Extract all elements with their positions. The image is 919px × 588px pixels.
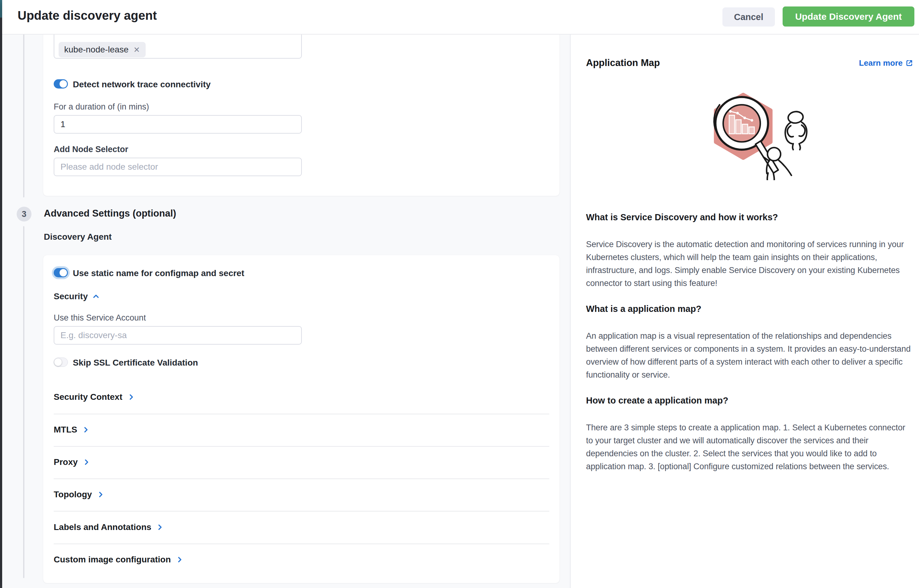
row-label: Custom image configuration xyxy=(54,555,171,565)
update-discovery-agent-drawer: 3 Advanced Settings (optional) Discovery… xyxy=(2,0,919,588)
toggle-knob xyxy=(60,80,67,87)
advanced-settings-card: Use static name for configmap and secret… xyxy=(43,255,560,583)
security-section-label: Security xyxy=(54,292,88,301)
row-mtls[interactable]: MTLS xyxy=(54,425,89,435)
section-body: An application map is a visual represent… xyxy=(586,330,913,381)
chevron-right-icon xyxy=(156,523,163,531)
external-link-icon xyxy=(905,59,913,67)
step-connector-line-lower xyxy=(23,226,24,578)
chevron-up-icon xyxy=(92,293,100,300)
skip-ssl-label: Skip SSL Certificate Validation xyxy=(73,358,198,368)
row-proxy[interactable]: Proxy xyxy=(54,457,90,467)
service-account-placeholder: E.g. discovery-sa xyxy=(60,330,127,340)
underlying-page-header-edge xyxy=(0,0,2,18)
page-title: Update discovery agent xyxy=(18,9,157,23)
row-label: MTLS xyxy=(54,425,77,435)
duration-input[interactable]: 1 xyxy=(54,115,302,134)
section-heading: How to create a application map? xyxy=(586,396,913,405)
cancel-button[interactable]: Cancel xyxy=(722,7,775,26)
row-label: Labels and Annotations xyxy=(54,522,151,532)
security-section-header[interactable]: Security xyxy=(54,292,100,301)
chevron-right-icon xyxy=(128,393,135,401)
application-map-illustration xyxy=(695,81,840,180)
chevron-right-icon xyxy=(82,426,89,433)
row-label: Security Context xyxy=(54,392,123,402)
underlying-page-edge xyxy=(0,0,2,588)
toggle-knob xyxy=(54,359,62,366)
detect-network-trace-label: Detect network trace connectivity xyxy=(73,79,211,89)
service-account-label: Use this Service Account xyxy=(54,313,146,323)
node-selector-placeholder: Please add node selector xyxy=(60,162,158,172)
panel-title: Application Map xyxy=(586,57,660,68)
row-custom-image-configuration[interactable]: Custom image configuration xyxy=(54,555,183,565)
row-labels-annotations[interactable]: Labels and Annotations xyxy=(54,522,163,532)
duration-value: 1 xyxy=(60,120,65,129)
chevron-right-icon xyxy=(83,459,90,466)
discovery-settings-card: kube-node-lease ✕ Detect network trace c… xyxy=(43,17,560,196)
step-connector-line-upper xyxy=(23,34,24,197)
row-divider xyxy=(54,414,549,414)
section-heading: What is a application map? xyxy=(586,304,913,314)
step-subtitle: Discovery Agent xyxy=(44,232,112,242)
remove-tag-icon[interactable]: ✕ xyxy=(134,46,140,54)
step-title: Advanced Settings (optional) xyxy=(44,208,176,219)
node-selector-label: Add Node Selector xyxy=(54,145,128,154)
row-divider xyxy=(54,544,549,544)
toggle-knob xyxy=(60,269,67,276)
detect-network-trace-toggle[interactable] xyxy=(54,79,68,89)
row-label: Topology xyxy=(54,489,92,499)
learn-more-label: Learn more xyxy=(859,58,903,68)
update-discovery-agent-button[interactable]: Update Discovery Agent xyxy=(783,6,914,26)
section-heading: What is Service Discovery and how it wor… xyxy=(586,212,913,223)
row-security-context[interactable]: Security Context xyxy=(54,392,135,402)
static-name-toggle[interactable] xyxy=(54,268,68,277)
row-divider xyxy=(54,511,549,512)
row-divider xyxy=(54,478,549,479)
chevron-right-icon xyxy=(176,556,183,563)
duration-label: For a duration of (in mins) xyxy=(54,102,149,111)
row-label: Proxy xyxy=(54,457,78,467)
service-account-input[interactable]: E.g. discovery-sa xyxy=(54,326,302,345)
drawer-header: Update discovery agent Cancel Update Dis… xyxy=(2,0,919,34)
namespace-tag[interactable]: kube-node-lease ✕ xyxy=(59,42,146,57)
skip-ssl-toggle[interactable] xyxy=(54,357,68,367)
section-body: There are 3 simple steps to create a app… xyxy=(586,421,913,473)
node-selector-input[interactable]: Please add node selector xyxy=(54,158,302,176)
section-body: Service Discovery is the automatic detec… xyxy=(586,238,913,290)
step-number-badge: 3 xyxy=(17,207,31,221)
figure-holding-handle xyxy=(763,147,791,180)
figure-standing xyxy=(785,111,807,150)
application-map-info-panel: Application Map Learn more xyxy=(570,34,919,588)
row-divider xyxy=(54,446,549,447)
row-topology[interactable]: Topology xyxy=(54,489,104,499)
namespace-tag-label: kube-node-lease xyxy=(64,45,129,55)
static-name-label: Use static name for configmap and secret xyxy=(73,268,244,278)
chevron-right-icon xyxy=(97,491,104,498)
learn-more-link[interactable]: Learn more xyxy=(859,58,913,68)
